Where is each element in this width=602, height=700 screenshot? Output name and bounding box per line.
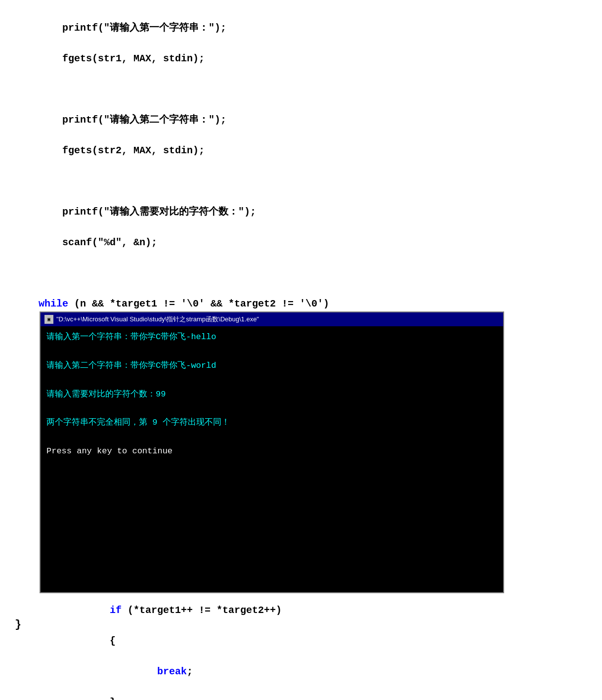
terminal-app-icon: ▣: [44, 315, 53, 324]
code-line: fgets(str2, MAX, stdin);: [39, 145, 205, 156]
code-line: printf("请输入需要对比的字符个数：");: [39, 206, 256, 218]
terminal-line-5: Press any key to continue: [46, 444, 497, 459]
while-condition: (n && *target1 != '\0' && *target2 != '\…: [68, 298, 329, 309]
terminal-line-4: 两个字符串不完全相同，第 9 个字符出现不同！: [46, 416, 497, 430]
code-line: break;: [39, 666, 193, 677]
while-keyword: while: [39, 298, 68, 309]
code-line: }: [39, 697, 116, 700]
code-line: printf("请输入第二个字符串：");: [39, 114, 226, 126]
code-line: fgets(str1, MAX, stdin);: [39, 53, 205, 64]
code-editor: printf("请输入第一个字符串："); fgets(str1, MAX, s…: [0, 0, 602, 321]
closing-brace: }: [15, 618, 21, 631]
if-keyword-3: if: [39, 605, 122, 616]
terminal-line-1: 请输入第一个字符串：带你学C带你飞-hello: [46, 330, 497, 345]
code-line: scanf("%d", &n);: [39, 237, 157, 248]
terminal-window: ▣ "D:\vc++\Microsoft Visual Studio\study…: [40, 311, 504, 593]
terminal-line-2: 请输入第二个字符串：带你学C带你飞-world: [46, 359, 497, 373]
terminal-titlebar: ▣ "D:\vc++\Microsoft Visual Studio\study…: [41, 312, 503, 326]
code-line: printf("请输入第一个字符串：");: [39, 22, 226, 34]
terminal-body: 请输入第一个字符串：带你学C带你飞-hello 请输入第二个字符串：带你学C带你…: [41, 326, 503, 463]
terminal-line-3: 请输入需要对比的字符个数：99: [46, 388, 497, 402]
code-line: {: [39, 635, 116, 647]
terminal-title: "D:\vc++\Microsoft Visual Studio\study\指…: [56, 315, 259, 324]
